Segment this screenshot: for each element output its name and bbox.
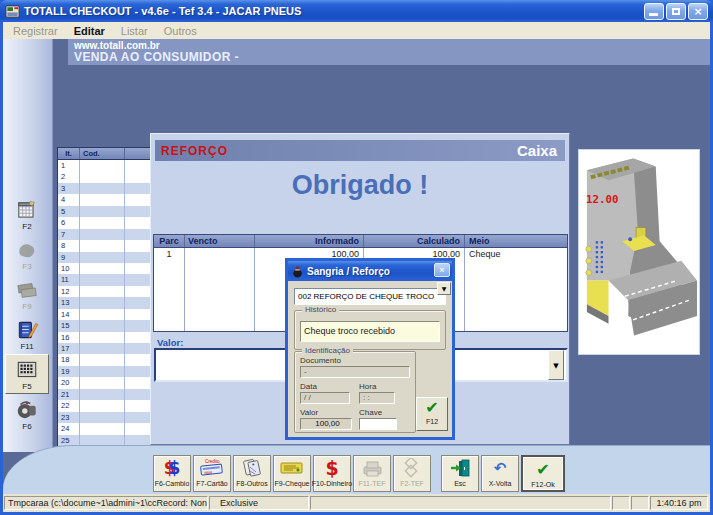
row-number: 12 <box>58 286 80 297</box>
title-bar: TOTALL CHECKOUT - v4.6e - Tef 3.4 - JACA… <box>0 0 713 22</box>
status-time: 1:40:16 pm <box>650 496 708 510</box>
book-pencil-icon <box>15 318 39 342</box>
row-number: 19 <box>58 366 80 377</box>
row-number: 3 <box>58 183 80 194</box>
historico-label: Histórico <box>302 305 339 314</box>
valor-dropdown-icon[interactable]: ▼ <box>548 350 564 380</box>
undo-icon: ↶ <box>494 456 507 480</box>
documento-field: - <box>300 366 410 378</box>
menu-item-editar[interactable]: Editar <box>66 24 113 38</box>
cash-register-image: 12.00 <box>579 150 699 354</box>
operation-combo[interactable]: 002 REFORÇO DE CHEQUE TROCO <box>294 288 446 305</box>
toolbar-button-f6-cambio[interactable]: $$F6-Cambio <box>153 455 191 492</box>
menu-item-registrar: Registrar <box>5 24 66 38</box>
close-button[interactable]: × <box>688 3 708 20</box>
toolbar-button-label: Esc <box>454 480 466 488</box>
phone-icon <box>15 398 39 422</box>
sidebar-button-label: F3 <box>22 262 31 271</box>
sangria-title: Sangria / Reforço <box>307 266 390 277</box>
documento-label: Documento <box>300 356 341 365</box>
cheque-icon <box>279 456 305 480</box>
hora-field: : : <box>359 392 395 404</box>
row-number: 14 <box>58 309 80 320</box>
sidebar-button-label: F2 <box>22 222 31 231</box>
toolbar-button-esc[interactable]: Esc <box>441 455 479 492</box>
close-icon: × <box>689 4 707 19</box>
row-number: 21 <box>58 389 80 400</box>
valor-label: Valor <box>300 408 318 417</box>
check-icon: ✔ <box>536 457 549 481</box>
f12-ok-button[interactable]: ✔ F12 <box>416 397 448 431</box>
toolbar-button-label: F11-TEF <box>358 480 385 488</box>
row-number: 16 <box>58 332 80 343</box>
historico-group: Histórico Cheque troco recebido <box>294 310 446 350</box>
combo-dropdown-icon[interactable]: ▼ <box>437 282 451 295</box>
toolbar-button-x-volta[interactable]: ↶X-Volta <box>481 455 519 492</box>
grid-column-it: It. <box>58 148 80 159</box>
sangria-title-bar: Sangria / Reforço × <box>288 261 452 281</box>
payment-table-header: ParcVenctoInformadoCalculadoMeio <box>154 235 567 248</box>
sangria-dialog: Sangria / Reforço × 002 REFORÇO DE CHEQU… <box>285 258 455 440</box>
sangria-close-icon[interactable]: × <box>434 263 450 277</box>
window-title: TOTALL CHECKOUT - v4.6e - Tef 3.4 - JACA… <box>24 5 301 17</box>
data-label: Data <box>300 382 317 391</box>
toolbar-button-label: F2-TEF <box>400 480 424 488</box>
toolbar-button-f8-outros[interactable]: F8-Outros <box>233 455 271 492</box>
valor-label: Valor: <box>157 337 183 348</box>
row-number: 4 <box>58 194 80 205</box>
status-cell <box>612 496 630 510</box>
sidebar-button-f2[interactable]: F2 <box>5 194 49 234</box>
toolbar-button-f9-cheque[interactable]: F9-Cheque <box>273 455 311 492</box>
toolbar-button-label: X-Volta <box>489 480 512 488</box>
chave-label: Chave <box>359 408 382 417</box>
hora-label: Hora <box>359 382 376 391</box>
minimize-icon <box>649 13 658 16</box>
row-number: 18 <box>58 354 80 365</box>
row-number: 5 <box>58 206 80 217</box>
sidebar-button-f6[interactable]: F6 <box>5 394 49 434</box>
sidebar-button-label: F5 <box>22 382 31 391</box>
payment-cell: 1 <box>154 248 185 331</box>
svg-text:12.00: 12.00 <box>586 193 619 206</box>
menu-item-listar: Listar <box>113 24 156 38</box>
restore-button[interactable] <box>666 3 686 20</box>
toolbar-button-f2-tef: F2-TEF <box>393 455 431 492</box>
sidebar: F2F3F9F11F5F6 <box>3 39 53 452</box>
reforco-title: REFORÇO <box>155 144 517 158</box>
status-path: Tmpcaraa (c:\docume~1\admini~1\ccRecord:… <box>4 496 208 510</box>
money-bag-icon <box>291 265 304 278</box>
app-icon <box>5 4 20 19</box>
toolbar-button-label: F9-Cheque <box>274 480 309 488</box>
chave-field[interactable] <box>359 418 397 430</box>
printer-icon <box>360 456 384 480</box>
sidebar-button-f5[interactable]: F5 <box>5 354 49 394</box>
payment-col-calculado: Calculado <box>364 235 465 247</box>
toolbar-button-f12-ok[interactable]: ✔F12-Ok <box>521 455 565 492</box>
row-number: 20 <box>58 377 80 388</box>
historico-field[interactable]: Cheque troco recebido <box>300 321 440 342</box>
right-panel: 12.00 <box>578 149 700 355</box>
svg-text:8888: 8888 <box>204 471 212 476</box>
status-mode: Exclusive <box>209 496 309 510</box>
main-content: www.totall.com.br VENDA AO CONSUMIDOR - … <box>3 39 710 494</box>
blob-icon <box>15 238 39 262</box>
toolbar-button-f10-dinheiro[interactable]: $F10-Dinheiro <box>313 455 351 492</box>
row-number: 22 <box>58 400 80 411</box>
reforco-caption: Caixa <box>517 142 565 159</box>
bottom-toolbar: $$F6-CambioCredito8888F7-CartãoF8-Outros… <box>3 445 710 494</box>
reforco-header: REFORÇO Caixa <box>155 140 565 161</box>
data-field: / / <box>300 392 350 404</box>
row-number: 6 <box>58 217 80 228</box>
status-bar: Tmpcaraa (c:\docume~1\admini~1\ccRecord:… <box>3 494 710 512</box>
row-number: 1 <box>58 160 80 171</box>
sidebar-button-f11[interactable]: F11 <box>5 314 49 354</box>
row-number: 24 <box>58 423 80 434</box>
menu-bar: RegistrarEditarListarOutros <box>3 22 710 39</box>
minimize-button[interactable] <box>644 3 664 20</box>
toolbar-button-label: F12-Ok <box>531 481 554 489</box>
dollar-double-icon: $$ <box>164 456 181 480</box>
payment-col-informado: Informado <box>255 235 364 247</box>
row-number: 10 <box>58 263 80 274</box>
toolbar-button-f7-cartão[interactable]: Credito8888F7-Cartão <box>193 455 231 492</box>
tags-icon <box>240 456 264 480</box>
